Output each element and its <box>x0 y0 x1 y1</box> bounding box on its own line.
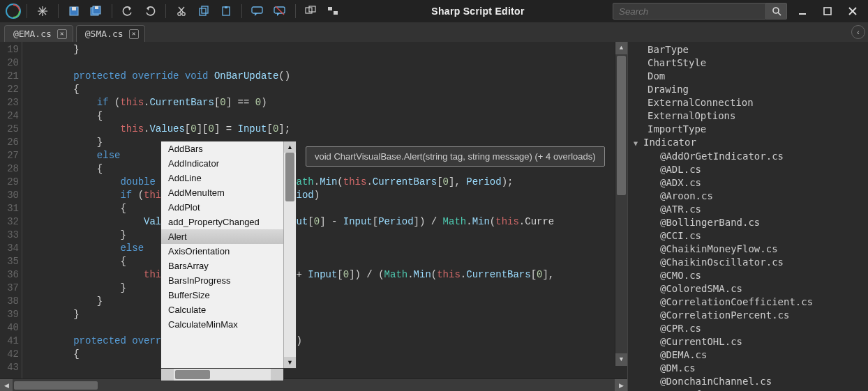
intellisense-item[interactable]: Alert <box>161 229 283 244</box>
scroll-thumb[interactable] <box>617 56 626 195</box>
intellisense-item[interactable]: CalculateMinMax <box>161 317 283 332</box>
explorer-folder[interactable]: Dom <box>628 70 868 83</box>
editor-pane: 1920212223242526272829303132333435363738… <box>0 42 627 391</box>
search-button[interactable] <box>766 3 787 20</box>
explorer-file[interactable]: @ChaikinOscillator.cs <box>628 256 868 269</box>
explorer-folder[interactable]: BarType <box>628 43 868 56</box>
minimize-button[interactable] <box>793 1 812 21</box>
scroll-left-icon[interactable]: ◀ <box>161 369 174 381</box>
scroll-thumb[interactable] <box>175 370 210 379</box>
svg-rect-16 <box>200 8 206 15</box>
intellisense-item[interactable]: AddPlot <box>161 200 283 215</box>
intellisense-hscrollbar[interactable]: ◀ ▶ <box>160 369 284 381</box>
intellisense-popup: AddBarsAddIndicatorAddLineAddMenuItemAdd… <box>160 141 297 369</box>
svg-rect-9 <box>95 6 98 9</box>
search-box <box>613 3 787 20</box>
scroll-right-icon[interactable]: ▶ <box>271 369 283 381</box>
tab-sma[interactable]: @SMA.cs ✕ <box>76 25 145 42</box>
explorer-file[interactable]: @ColoredSMA.cs <box>628 282 868 296</box>
settings-icon[interactable] <box>33 1 52 21</box>
svg-point-12 <box>178 13 181 15</box>
windows-icon[interactable] <box>301 1 321 21</box>
window-title: Sharp Script Editor <box>346 6 610 17</box>
code-area[interactable]: } protected override void OnBarUpdate() … <box>22 42 627 378</box>
explorer-file[interactable]: @CurrentOHL.cs <box>628 335 868 348</box>
explorer-file[interactable]: @CPR.cs <box>628 322 868 335</box>
svg-marker-21 <box>255 13 257 16</box>
scroll-down-icon[interactable]: ▼ <box>615 353 627 366</box>
tab-close-icon[interactable]: ✕ <box>129 29 139 39</box>
paste-icon[interactable] <box>216 1 236 21</box>
intellisense-item[interactable]: AddIndicator <box>161 156 283 171</box>
redo-icon[interactable] <box>140 1 160 21</box>
cut-icon[interactable] <box>172 1 191 21</box>
svg-rect-28 <box>334 11 338 15</box>
explorer-file[interactable]: @CorrelationPercent.cs <box>628 309 868 322</box>
scroll-down-icon[interactable]: ▼ <box>284 357 296 368</box>
menubar: Sharp Script Editor <box>0 0 868 22</box>
explorer-file[interactable]: @DonchainChannel.cs <box>628 375 868 388</box>
intellisense-item[interactable]: BarsInProgress <box>161 273 283 288</box>
explorer-file[interactable]: @CMO.cs <box>628 269 868 282</box>
signature-tooltip: void ChartVisualBase.Alert(string tag, s… <box>306 146 605 167</box>
svg-rect-20 <box>252 7 262 13</box>
explorer-file[interactable]: @Aroon.cs <box>628 190 868 203</box>
svg-point-13 <box>182 13 185 15</box>
svg-line-30 <box>778 13 781 15</box>
explorer-folder[interactable]: ExternalConnection <box>628 96 868 109</box>
intellisense-item[interactable]: Calculate <box>161 302 283 317</box>
explorer-file[interactable]: @AddOrGetIndicator.cs <box>628 150 868 163</box>
tab-label: @SMA.cs <box>85 29 124 39</box>
scroll-thumb[interactable] <box>285 153 294 201</box>
uncomment-icon[interactable] <box>270 1 290 21</box>
explorer-file[interactable]: @EaseOfMovement.cs <box>628 388 868 391</box>
collapse-panel-button[interactable]: ‹ <box>851 25 865 39</box>
svg-line-14 <box>179 7 184 13</box>
explorer-folder[interactable]: ImportType <box>628 123 868 136</box>
editor-vscrollbar[interactable]: ▲ ▼ <box>615 42 627 366</box>
scroll-left-icon[interactable]: ◀ <box>0 379 13 392</box>
undo-icon[interactable] <box>118 1 137 21</box>
svg-point-29 <box>773 8 779 13</box>
search-input[interactable] <box>613 3 766 20</box>
save-icon[interactable] <box>64 1 84 21</box>
explorer-file[interactable]: @DM.cs <box>628 362 868 375</box>
intellisense-item[interactable]: add_PropertyChanged <box>161 215 283 229</box>
svg-rect-6 <box>72 7 76 10</box>
intellisense-item[interactable]: AddBars <box>161 141 283 156</box>
intellisense-item[interactable]: AddMenuItem <box>161 185 283 200</box>
close-button[interactable] <box>843 1 862 21</box>
explorer-file[interactable]: @ATR.cs <box>628 203 868 216</box>
scroll-thumb[interactable] <box>14 381 98 390</box>
explorer-folder[interactable]: ExternalOptions <box>628 109 868 123</box>
explorer-folder-expanded[interactable]: Indicator <box>628 136 868 150</box>
explorer-folder[interactable]: ChartStyle <box>628 56 868 70</box>
tab-ema[interactable]: @EMA.cs ✕ <box>4 25 73 42</box>
explorer-file[interactable]: @CorrelationCoefficient.cs <box>628 296 868 309</box>
copy-icon[interactable] <box>194 1 214 21</box>
intellisense-item[interactable]: AddLine <box>161 171 283 185</box>
explorer-file[interactable]: @ChaikinMoneyFlow.cs <box>628 243 868 256</box>
intellisense-item[interactable]: AxisOrientation <box>161 244 283 259</box>
comment-icon[interactable] <box>248 1 267 21</box>
scroll-right-icon[interactable]: ▶ <box>615 379 627 392</box>
app-logo <box>6 3 21 19</box>
explorer-file[interactable]: @CCI.cs <box>628 229 868 243</box>
svg-rect-27 <box>328 7 332 10</box>
svg-marker-23 <box>277 13 280 16</box>
explorer-file[interactable]: @ADL.cs <box>628 163 868 176</box>
intellisense-item[interactable]: BufferSize <box>161 288 283 302</box>
explorer-file[interactable]: @BollingerBand.cs <box>628 216 868 229</box>
tab-close-icon[interactable]: ✕ <box>57 29 67 39</box>
explorer-folder[interactable]: Drawing <box>628 83 868 96</box>
save-all-icon[interactable] <box>87 1 106 21</box>
explorer-file[interactable]: @DEMA.cs <box>628 348 868 362</box>
explorer-file[interactable]: @ADX.cs <box>628 176 868 190</box>
scroll-up-icon[interactable]: ▲ <box>615 42 627 54</box>
layout-icon[interactable] <box>324 1 343 21</box>
editor-hscrollbar[interactable]: ◀ ▶ <box>0 378 627 391</box>
maximize-button[interactable] <box>818 1 837 21</box>
scroll-up-icon[interactable]: ▲ <box>284 141 296 153</box>
intellisense-item[interactable]: BarsArray <box>161 259 283 273</box>
intellisense-vscrollbar[interactable]: ▲ ▼ <box>283 141 296 368</box>
